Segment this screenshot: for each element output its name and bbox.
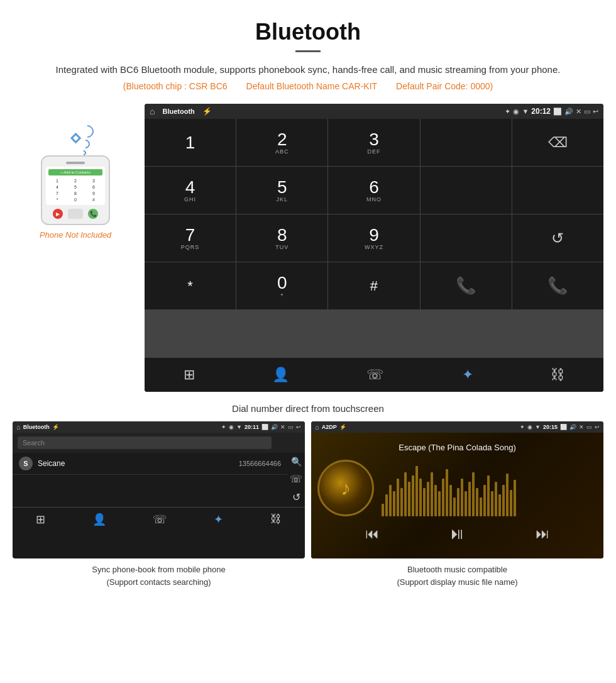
waveform-bar [385, 494, 388, 516]
prev-track-button[interactable]: ⏮ [365, 526, 379, 542]
pb-nav-grid[interactable]: ⊞ [36, 513, 45, 526]
music-win-icon: ▭ [586, 424, 592, 430]
wave2-icon [79, 138, 92, 150]
phone-video-btn: ▶ [53, 209, 63, 219]
window-icon[interactable]: ▭ [584, 108, 590, 116]
car-status-bar: ⌂ Bluetooth ⚡ ✦ ◉ ▼ 20:12 ⬜ 🔊 ✕ ▭ ↩ [145, 104, 603, 119]
dial-key-7[interactable]: 7 PQRS [145, 214, 236, 262]
music-time: 20:15 [543, 424, 558, 430]
waveform-bar [491, 491, 493, 516]
pb-signal-icon: ▼ [236, 424, 242, 430]
pb-nav-phone[interactable]: ☏ [153, 513, 167, 526]
title-divider [295, 50, 321, 52]
pb-content-area: S Seicane 13566664466 🔍 ☏ ↺ [13, 453, 305, 507]
pb-back-icon[interactable]: ↩ [296, 424, 301, 430]
waveform-bar [506, 474, 509, 516]
phone-speaker [66, 162, 85, 164]
waveform-bar [465, 491, 467, 516]
dial-key-2[interactable]: 2 ABC [236, 119, 327, 166]
music-status-bar: ⌂ A2DP ⚡ ✦ ◉ ▼ 20:15 ⬜ 🔊 ✕ ▭ ↩ [311, 421, 603, 433]
pb-usb-icon: ⚡ [52, 424, 59, 430]
back-icon[interactable]: ↩ [593, 108, 598, 116]
spec-name: Default Bluetooth Name CAR-KIT [246, 81, 378, 91]
contact-avatar: S [19, 457, 33, 470]
waveform-bar [404, 472, 407, 516]
music-back-icon[interactable]: ↩ [595, 424, 600, 430]
nav-link-icon[interactable]: ⛓ [544, 364, 571, 386]
phonebook-card: ⌂ Bluetooth ⚡ ✦ ◉ ▼ 20:11 ⬜ 🔊 ✕ ▭ ↩ Sear… [13, 421, 305, 588]
wave3-icon [79, 123, 96, 140]
phonebook-screen: ⌂ Bluetooth ⚡ ✦ ◉ ▼ 20:11 ⬜ 🔊 ✕ ▭ ↩ Sear… [13, 421, 305, 558]
music-home-icon[interactable]: ⌂ [315, 423, 319, 431]
dial-key-1[interactable]: 1 [145, 119, 236, 166]
car-bottom-nav: ⊞ 👤 ☏ ✦ ⛓ [145, 357, 603, 392]
album-art: ♪ [317, 460, 374, 516]
waveform-bar [434, 485, 437, 516]
pb-nav-bt[interactable]: ✦ [214, 513, 223, 526]
music-card: ⌂ A2DP ⚡ ✦ ◉ ▼ 20:15 ⬜ 🔊 ✕ ▭ ↩ Escape (T… [311, 421, 603, 588]
pb-search-bar: Search [13, 433, 305, 453]
waveform-bar [457, 488, 459, 516]
waveform-bar [393, 491, 395, 516]
dial-key-hash[interactable]: # [328, 262, 419, 309]
dial-empty-r1c4 [421, 119, 512, 166]
bluetooth-icon-area: ⬦ [69, 123, 82, 149]
phonebook-caption: Sync phone-book from mobile phone(Suppor… [13, 564, 305, 588]
pb-nav-person[interactable]: 👤 [92, 513, 106, 526]
pb-home-icon[interactable]: ⌂ [16, 423, 21, 431]
camera-icon[interactable]: ⬜ [553, 108, 562, 116]
pb-bottom-nav: ⊞ 👤 ☏ ✦ ⛓ [13, 507, 305, 531]
waveform-bar [431, 472, 433, 516]
nav-person-icon[interactable]: 👤 [266, 364, 295, 386]
waveform-bar [495, 482, 497, 516]
dial-key-4[interactable]: 4 GHI [145, 167, 236, 214]
dial-backspace[interactable]: ⌫ [512, 119, 603, 166]
volume-icon[interactable]: 🔊 [564, 108, 573, 116]
home-icon[interactable]: ⌂ [150, 106, 155, 116]
waveform-bar [427, 482, 429, 516]
dial-key-3[interactable]: 3 DEF [328, 119, 419, 166]
dial-key-9[interactable]: 9 WXYZ [328, 214, 419, 262]
bluetooth-status-icon: ✦ [505, 108, 510, 116]
dial-key-6[interactable]: 6 MNO [328, 167, 419, 214]
phone-dialpad: 123 456 789 *0# [48, 178, 102, 203]
nav-phone-icon[interactable]: ☏ [360, 364, 390, 386]
waveform-bar [408, 482, 410, 516]
nav-bluetooth-icon[interactable]: ✦ [456, 364, 480, 386]
status-icons: ✦ ◉ ▼ 20:12 ⬜ 🔊 ✕ ▭ ↩ [505, 107, 598, 116]
pb-contact-row[interactable]: S Seicane 13566664466 [13, 453, 287, 475]
pb-search-placeholder: Search [23, 439, 45, 447]
play-pause-button[interactable]: ⏯ [449, 524, 465, 543]
location-icon: ◉ [513, 108, 519, 116]
nav-grid-icon[interactable]: ⊞ [177, 364, 201, 386]
waveform-bar [510, 490, 512, 516]
waveform-bar [480, 497, 482, 516]
dial-key-0[interactable]: 0 + [236, 262, 327, 309]
music-close-icon[interactable]: ✕ [579, 424, 584, 430]
waveform-bar [415, 466, 418, 516]
dial-redial[interactable]: ↺ [512, 214, 603, 262]
bottom-section: ⌂ Bluetooth ⚡ ✦ ◉ ▼ 20:11 ⬜ 🔊 ✕ ▭ ↩ Sear… [0, 421, 616, 601]
pb-nav-link[interactable]: ⛓ [270, 513, 282, 526]
pb-vol-icon: 🔊 [271, 424, 278, 430]
close-icon[interactable]: ✕ [576, 108, 581, 116]
dial-key-8[interactable]: 8 TUV [236, 214, 327, 262]
dial-key-5[interactable]: 5 JKL [236, 167, 327, 214]
waveform-bar [461, 479, 463, 516]
dial-call-green[interactable]: 📞 [421, 262, 512, 309]
music-loc-icon: ◉ [527, 424, 532, 430]
pb-close-icon[interactable]: ✕ [280, 424, 285, 430]
pb-search-icon[interactable]: 🔍 [291, 457, 302, 467]
dial-key-star[interactable]: * [145, 262, 236, 309]
pb-call-right-icon[interactable]: ☏ [290, 473, 302, 485]
pb-search-input[interactable]: Search [18, 436, 272, 449]
car-screen-title: Bluetooth [162, 108, 194, 115]
dial-call-red[interactable]: 📞 [512, 262, 603, 309]
phone-top [46, 162, 105, 164]
next-track-button[interactable]: ⏭ [536, 526, 549, 542]
pb-sync-icon[interactable]: ↺ [292, 491, 300, 503]
waveform-bar [423, 488, 426, 516]
waveform-bar [412, 475, 414, 516]
specs-line: (Bluetooth chip : CSR BC6 Default Blueto… [25, 81, 591, 91]
usb-icon: ⚡ [202, 107, 212, 116]
